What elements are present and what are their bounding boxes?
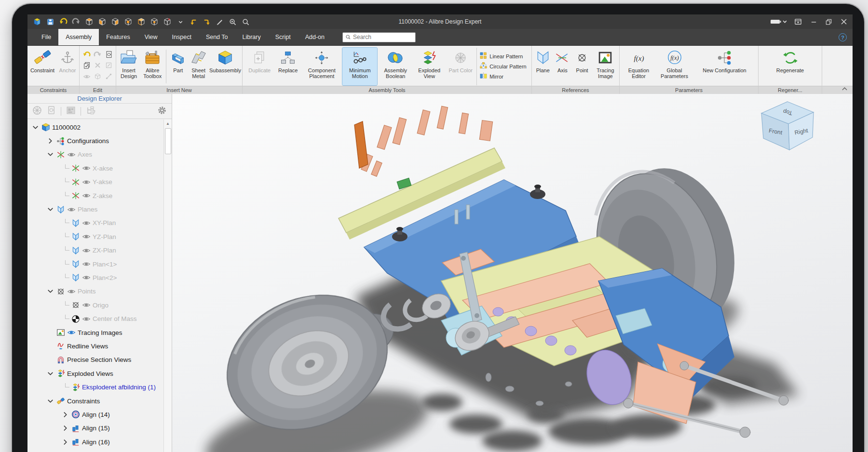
undo-icon[interactable] <box>82 50 91 60</box>
corner-arrow-left-icon[interactable] <box>189 17 198 27</box>
tree-item[interactable]: YZ-Plan <box>27 230 172 243</box>
tree-item[interactable]: Eksploderet afbildning (1) <box>27 380 172 394</box>
measure-icon[interactable] <box>105 73 112 82</box>
tree-item[interactable]: Tracing Images <box>27 326 172 339</box>
tree-item[interactable]: Y-akse <box>27 175 172 189</box>
plane-button[interactable]: Plane <box>533 48 553 85</box>
expander-open-icon[interactable] <box>46 287 54 295</box>
minimize-button[interactable] <box>810 17 817 27</box>
sheet-metal-button[interactable]: Sheet Metal <box>188 48 209 85</box>
tree-item[interactable]: Align (15) <box>27 422 172 435</box>
undo-icon[interactable] <box>58 17 68 27</box>
expander-closed-icon[interactable] <box>61 438 69 446</box>
delete-icon[interactable] <box>94 62 101 71</box>
visibility-eye-icon[interactable] <box>82 315 91 323</box>
constraint-button[interactable]: Constraint <box>28 48 56 85</box>
expander-open-icon[interactable] <box>46 205 54 213</box>
assembly-boolean-button[interactable]: Assembly Boolean <box>378 48 413 85</box>
cube-icon-3[interactable] <box>110 17 120 27</box>
cube-icon-7[interactable] <box>163 17 172 27</box>
display-icon[interactable] <box>794 17 802 27</box>
viewport-3d[interactable]: Top Front Right <box>172 94 853 452</box>
tree-item[interactable]: Origo <box>27 298 172 312</box>
cube-icon-5[interactable] <box>136 17 146 27</box>
visibility-eye-icon[interactable] <box>82 219 91 227</box>
point-button[interactable]: Point <box>572 48 592 85</box>
tree-item[interactable]: Axes <box>27 148 172 161</box>
tracing-image-button[interactable]: Tracing Image <box>593 48 618 85</box>
expander-open-icon[interactable] <box>46 397 54 405</box>
component-placement-button[interactable]: Component Placement <box>301 48 342 85</box>
corner-arrow-right-icon[interactable] <box>202 17 211 27</box>
show-hide-icon[interactable] <box>83 73 91 82</box>
tree-item[interactable]: Configurations <box>27 134 172 147</box>
chevron-down-icon[interactable] <box>176 17 185 27</box>
tree-item[interactable]: Align (17) <box>27 449 172 452</box>
pen-icon[interactable] <box>215 17 224 27</box>
battery-icon[interactable] <box>770 17 787 27</box>
new-configuration-button[interactable]: New Configuration <box>694 48 755 85</box>
tree-item[interactable]: 11000002 <box>27 120 172 134</box>
visibility-eye-icon[interactable] <box>82 232 91 241</box>
color-wheel-icon[interactable] <box>32 106 42 117</box>
tree-item[interactable]: Precise Section Views <box>27 353 172 367</box>
visibility-eye-icon[interactable] <box>82 246 91 255</box>
app-logo-icon[interactable] <box>32 17 42 27</box>
menu-assembly[interactable]: Assembly <box>58 29 99 45</box>
navigation-cube[interactable]: Top Front Right <box>761 102 814 150</box>
circular-pattern-button[interactable]: Circular Pattern <box>480 62 526 70</box>
expander-closed-icon[interactable] <box>61 424 69 432</box>
redo-icon[interactable] <box>71 17 81 27</box>
tree-item[interactable]: Plan<2> <box>27 271 172 284</box>
subassembly-button[interactable]: Subassembly <box>209 48 241 85</box>
duplicate-button[interactable]: Duplicate <box>244 48 274 85</box>
expander-open-icon[interactable] <box>46 150 54 159</box>
document-settings-icon[interactable] <box>105 51 113 60</box>
cube-icon-4[interactable] <box>123 17 133 27</box>
tree-item[interactable]: Z-akse <box>27 189 172 202</box>
tree-item[interactable]: Center of Mass <box>27 312 172 325</box>
zoom-out-icon[interactable] <box>228 17 237 27</box>
tree-item[interactable]: Constraints <box>27 394 172 408</box>
cube-icon-2[interactable] <box>97 17 107 27</box>
tree-item[interactable]: Plan<1> <box>27 257 172 271</box>
visibility-eye-icon[interactable] <box>82 178 91 186</box>
save-icon[interactable] <box>45 17 55 27</box>
tree-item[interactable]: Planes <box>27 202 172 216</box>
exploded-view-button[interactable]: Exploded View <box>414 48 445 85</box>
tree-item[interactable]: Points <box>27 285 172 298</box>
menu-inspect[interactable]: Inspect <box>165 29 199 45</box>
linear-pattern-button[interactable]: Linear Pattern <box>480 52 526 60</box>
expander-closed-icon[interactable] <box>46 137 54 145</box>
cube-icon-1[interactable] <box>84 17 94 27</box>
minimum-motion-button[interactable]: Minimum Motion <box>342 48 377 85</box>
help-icon[interactable]: ? <box>839 33 847 41</box>
global-parameters-button[interactable]: f(x) Global Parameters <box>655 48 694 85</box>
menu-view[interactable]: View <box>137 29 165 45</box>
insert-design-button[interactable]: Insert Design <box>117 48 140 85</box>
expander-open-icon[interactable] <box>46 370 54 378</box>
visibility-eye-icon[interactable] <box>67 150 76 159</box>
scrollbar-up-icon[interactable]: ▲ <box>164 120 172 127</box>
restore-button[interactable] <box>825 17 832 27</box>
menu-library[interactable]: Library <box>235 29 268 45</box>
part-button[interactable]: Part <box>168 48 188 85</box>
visibility-eye-icon[interactable] <box>82 164 91 173</box>
scrollbar-thumb[interactable] <box>165 128 171 154</box>
alibre-toolbox-button[interactable]: Alibre Toolbox <box>141 48 164 85</box>
regenerate-button[interactable]: Regenerate <box>771 48 810 85</box>
part-edit-icon[interactable] <box>94 73 101 82</box>
mirror-button[interactable]: Mirror <box>480 72 526 80</box>
menu-send-to[interactable]: Send To <box>199 29 235 45</box>
tree-item[interactable]: Redline Views <box>27 339 172 353</box>
tree-item[interactable]: XY-Plan <box>27 216 172 230</box>
tree-item[interactable]: ZX-Plan <box>27 244 172 257</box>
search-input[interactable] <box>353 34 411 40</box>
collapse-ribbon-icon[interactable] <box>841 86 848 93</box>
tree-item[interactable]: X-akse <box>27 161 172 175</box>
anchor-button[interactable]: Anchor <box>57 48 78 85</box>
visibility-eye-icon[interactable] <box>67 287 76 296</box>
expander-closed-icon[interactable] <box>61 411 69 419</box>
layout-icon[interactable] <box>66 106 76 117</box>
expander-open-icon[interactable] <box>31 123 40 132</box>
